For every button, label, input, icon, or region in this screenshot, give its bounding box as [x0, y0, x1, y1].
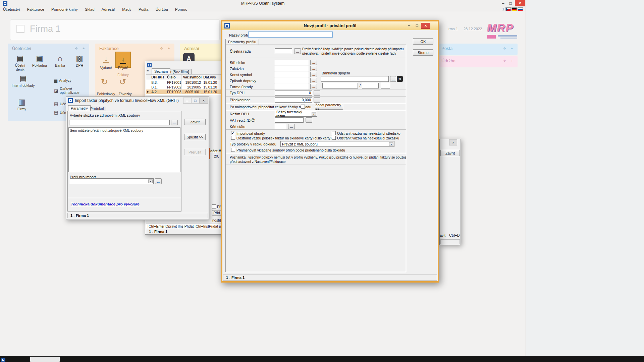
liabilities-icon[interactable]: ↺: [119, 77, 126, 87]
maximize-icon[interactable]: □: [507, 0, 514, 6]
kod-statu-input[interactable]: [275, 124, 286, 129]
vat-reg-input[interactable]: [275, 117, 304, 123]
ok-button[interactable]: OK: [413, 38, 433, 45]
tile-item-banka[interactable]: ⌂ Banka: [51, 54, 69, 67]
tile-item-vydane[interactable]: ↓: [100, 53, 112, 66]
importovat-uhrady-checkbox[interactable]: [231, 131, 235, 135]
bank-code-input[interactable]: [362, 83, 379, 88]
kod-statu-browse-button[interactable]: ...: [288, 124, 295, 129]
tile-item-interni-doklady[interactable]: ▤ Interní doklady: [11, 74, 35, 87]
tile-ucetnictvi-expand-icon[interactable]: +: [83, 47, 85, 50]
typ-polozky-select[interactable]: Převzít z XML souboru: [280, 141, 394, 147]
tile-item-prijate-selected[interactable]: ↓: [115, 52, 131, 68]
predkontace-browse-button[interactable]: ...: [314, 97, 320, 103]
stredisko-browse-button[interactable]: ...: [310, 60, 317, 65]
tile-item-danove-optimalizace[interactable]: ◪ Daňové optimalizace: [54, 86, 89, 95]
odstranit-zakazka-checkbox[interactable]: [332, 136, 336, 140]
rezim-dph-select[interactable]: Běžný tuzemský režim: [275, 111, 317, 117]
forma-uhrady-input[interactable]: [275, 84, 308, 89]
tile-ucetnictvi-puzzle-icon[interactable]: ❖: [75, 47, 78, 50]
tile-item-pokladna[interactable]: ▦ Pokladna: [30, 54, 49, 67]
odstranit-sklad-checkbox[interactable]: [231, 136, 235, 140]
bank-clear-icon[interactable]: ⊗: [397, 76, 403, 82]
folder-input[interactable]: [69, 120, 170, 125]
tab-parametry-profilu[interactable]: Parametry profilu: [225, 39, 259, 45]
tile-item-analyzy[interactable]: ▅ Analýzy: [54, 78, 71, 83]
zadat-parametry-button[interactable]: Zadat parametry >>: [315, 104, 343, 110]
tab-seznam[interactable]: Seznam: [152, 68, 170, 74]
zpusob-dopravy-browse-button[interactable]: ...: [310, 78, 317, 83]
tile-posta-expand-icon[interactable]: +: [511, 47, 513, 50]
zavrit-button[interactable]: Zavřít: [184, 119, 206, 125]
menu-item-pomocne-knihy[interactable]: Pomocné knihy: [48, 7, 81, 12]
col-dphkh[interactable]: DPHKH: [150, 75, 166, 80]
menu-item-mzdy[interactable]: Mzdy: [119, 7, 134, 12]
menu-item-adresar[interactable]: Adresář: [99, 7, 118, 12]
taskbar-item[interactable]: [30, 357, 60, 362]
tile-item-dph[interactable]: ▩ DPH: [71, 54, 88, 67]
bank-extra-input[interactable]: [381, 83, 390, 88]
tile-posta-puzzle-icon[interactable]: ❖: [503, 47, 506, 50]
menu-item-fakturace[interactable]: Fakturace: [24, 7, 47, 12]
table-row[interactable]: B.1. FP19002 2019005 15.01.20: [146, 85, 222, 89]
folder-browse-button[interactable]: ...: [171, 120, 178, 125]
prerusit-button[interactable]: Přerušit: [184, 149, 206, 155]
forma-uhrady-browse-button[interactable]: ...: [310, 84, 317, 89]
flag-czech-icon[interactable]: [505, 7, 511, 11]
tile-item-ucetni-denik[interactable]: ▤ Účetní denik: [10, 54, 30, 71]
typ-dph-browse-button[interactable]: ...: [314, 90, 320, 96]
predkontace-input[interactable]: [275, 97, 312, 103]
menu-item-posta[interactable]: Pošta: [136, 7, 151, 12]
table-row[interactable]: B.3. FP19001 19010012 15.01.20: [146, 80, 222, 85]
minimize-icon[interactable]: –: [499, 0, 507, 6]
zavrit-button[interactable]: Zavřít: [440, 150, 460, 156]
menu-item-sklad[interactable]: Sklad: [82, 7, 98, 12]
prepocitat-checkbox[interactable]: [301, 105, 305, 109]
profile-browse-button[interactable]: ...: [155, 178, 162, 184]
close-icon[interactable]: ×: [421, 23, 430, 29]
odstranit-stredisko-checkbox[interactable]: [332, 131, 336, 135]
menu-item-udrzba[interactable]: Údržba: [153, 7, 171, 12]
tile-udrzba-puzzle-icon[interactable]: ❖: [503, 59, 506, 63]
minimize-icon[interactable]: –: [408, 23, 410, 28]
zakazka-browse-button[interactable]: ...: [310, 66, 317, 71]
vat-reg-browse-button[interactable]: ...: [306, 117, 312, 123]
bank-account-input[interactable]: [322, 83, 358, 88]
tile-fakturace-expand-icon[interactable]: +: [168, 47, 170, 50]
close-icon[interactable]: ×: [449, 139, 457, 145]
bank-browse-button[interactable]: ...: [390, 76, 396, 82]
zpusob-dopravy-input[interactable]: [275, 78, 308, 83]
tile-udrzba-expand-icon[interactable]: +: [511, 59, 513, 63]
konst-symbol-input[interactable]: [275, 72, 308, 77]
fragment-checkbox[interactable]: [212, 204, 216, 208]
xml-drop-zone[interactable]: Sem můžete přetáhnout zdrojové XML soubo…: [68, 127, 180, 172]
flag-slovak-icon[interactable]: [518, 7, 523, 11]
hamburger-icon[interactable]: ≡: [147, 69, 149, 73]
stredisko-input[interactable]: [275, 60, 308, 65]
close-icon[interactable]: ×: [199, 98, 208, 104]
maximize-icon[interactable]: □: [191, 98, 199, 104]
spustit-button[interactable]: Spustit >>: [184, 134, 206, 140]
maximize-icon[interactable]: □: [416, 23, 418, 28]
profile-name-input[interactable]: [248, 32, 333, 38]
flag-german-icon[interactable]: [512, 7, 517, 11]
col-varsymbol[interactable]: Var.symbol: [182, 75, 202, 80]
menu-item-ucetnictvi[interactable]: Účetnictví: [0, 7, 23, 12]
taskbar-app-icon[interactable]: [1, 358, 5, 362]
typ-dph-input[interactable]: [275, 90, 312, 96]
prejmenovat-checkbox[interactable]: [231, 148, 235, 152]
fragment-add-button[interactable]: Přid: [212, 210, 221, 216]
table-row-selected[interactable]: ▶ A.2. FP19003 80051001 15.01.20: [146, 89, 222, 94]
ciselna-rada-browse-button[interactable]: ...: [294, 48, 301, 54]
tab-parametry[interactable]: Parametry: [68, 105, 91, 111]
col-cislo[interactable]: Číslo: [166, 75, 182, 80]
col-datvys[interactable]: Dat.vys: [202, 75, 222, 80]
tile-fakturace-puzzle-icon[interactable]: ❖: [160, 47, 163, 50]
zakazka-input[interactable]: [275, 66, 308, 71]
menu-item-pomoc[interactable]: Pomoc: [172, 7, 190, 12]
tile-item-zavazky-label[interactable]: Závazky: [116, 92, 135, 96]
tile-item-pohledavky-label[interactable]: Pohledávky: [95, 92, 117, 96]
konst-symbol-browse-button[interactable]: ...: [310, 72, 317, 77]
close-icon[interactable]: ×: [515, 0, 525, 6]
profile-select[interactable]: [70, 178, 154, 184]
